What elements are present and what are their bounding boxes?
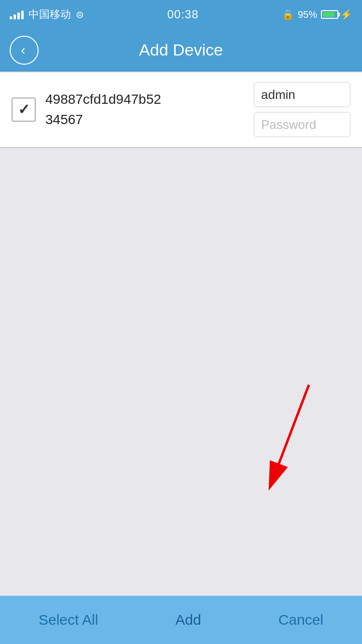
svg-line-1 xyxy=(270,385,309,486)
device-id-label: 49887cfd1d947b5234567 xyxy=(45,89,244,130)
arrow-annotation xyxy=(217,375,323,510)
status-right: 🔒 95% ⚡ xyxy=(282,9,352,20)
back-chevron-icon: ‹ xyxy=(21,43,25,57)
add-button[interactable]: Add xyxy=(166,607,210,633)
status-time: 00:38 xyxy=(167,8,198,21)
wifi-icon: ⊜ xyxy=(76,9,84,20)
bottom-toolbar: Select All Add Cancel xyxy=(0,596,362,644)
carrier-label: 中国移动 xyxy=(28,7,71,22)
back-button[interactable]: ‹ xyxy=(10,36,39,65)
device-checkbox[interactable]: ✓ xyxy=(12,98,36,122)
page-title: Add Device xyxy=(139,41,223,59)
username-input[interactable] xyxy=(254,82,350,107)
lightning-icon: ⚡ xyxy=(340,9,352,20)
nav-bar: ‹ Add Device xyxy=(0,29,362,71)
checkmark-icon: ✓ xyxy=(18,102,30,117)
lock-icon: 🔒 xyxy=(282,9,294,20)
main-content xyxy=(0,148,362,568)
signal-icon xyxy=(10,10,24,19)
device-list: ✓ 49887cfd1d947b5234567 xyxy=(0,72,362,147)
battery-icon: ⚡ xyxy=(321,9,352,20)
password-input[interactable] xyxy=(254,112,350,137)
battery-percent: 95% xyxy=(298,9,317,20)
device-credentials xyxy=(254,82,350,137)
cancel-button[interactable]: Cancel xyxy=(269,607,333,633)
status-bar: 中国移动 ⊜ 00:38 🔒 95% ⚡ xyxy=(0,0,362,29)
select-all-button[interactable]: Select All xyxy=(29,607,108,633)
status-left: 中国移动 ⊜ xyxy=(10,7,84,22)
device-item: ✓ 49887cfd1d947b5234567 xyxy=(0,72,362,147)
